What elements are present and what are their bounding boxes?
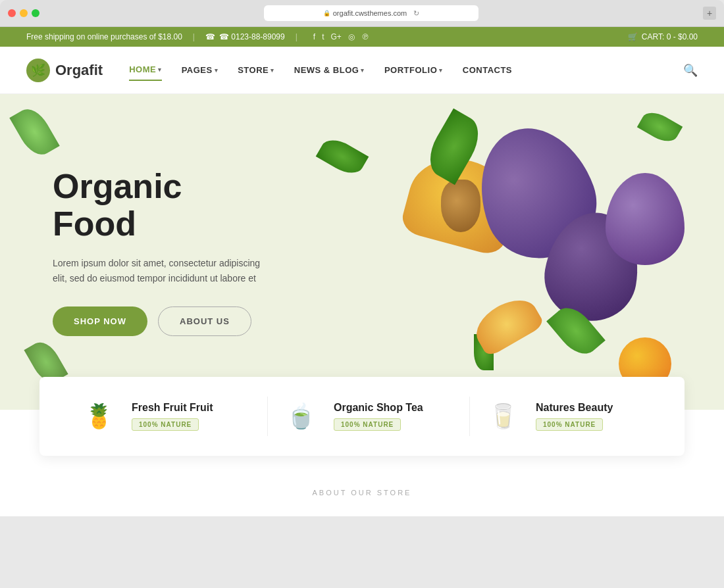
peach-pit bbox=[441, 180, 480, 232]
googleplus-icon[interactable]: G+ bbox=[331, 32, 342, 41]
milk-icon: 🥛 bbox=[483, 397, 523, 436]
feature-title-tea: Organic Shop Tea bbox=[334, 402, 423, 414]
chevron-down-icon: ▾ bbox=[158, 66, 162, 73]
feature-text-tea: Organic Shop Tea 100% NATURE bbox=[334, 402, 423, 431]
browser-chrome: 🔒 orgafit.cwsthemes.com ↻ + bbox=[0, 0, 724, 27]
feature-text-beauty: Natures Beauty 100% NATURE bbox=[536, 402, 613, 431]
close-button[interactable] bbox=[8, 9, 16, 17]
nav-label-portfolio: PORTFOLIO bbox=[384, 65, 437, 75]
cart-icon: 🛒 bbox=[628, 32, 638, 41]
hero-description: Lorem ipsum dolor sit amet, consectetur … bbox=[53, 256, 263, 285]
bottom-section-label: ABOUT OUR STORE bbox=[0, 456, 724, 516]
reload-icon[interactable]: ↻ bbox=[413, 9, 419, 18]
phone-number[interactable]: ☎ ☎ 0123-88-89099 bbox=[205, 32, 285, 41]
nav-item-news-blog[interactable]: NEWS & BLOG ▾ bbox=[294, 60, 365, 80]
cart-area[interactable]: 🛒 CART: 0 - $0.00 bbox=[628, 32, 698, 41]
twitter-icon[interactable]: t bbox=[322, 32, 324, 41]
chevron-down-icon: ▾ bbox=[271, 67, 274, 74]
hero-buttons: SHOP NOW ABOUT US bbox=[53, 306, 263, 336]
main-nav: 🌿 Orgafit HOME ▾ PAGES ▾ STORE ▾ NEWS & … bbox=[0, 47, 724, 94]
nav-items: HOME ▾ PAGES ▾ STORE ▾ NEWS & BLOG ▾ POR… bbox=[129, 59, 512, 81]
shop-now-button[interactable]: SHOP NOW bbox=[53, 306, 147, 336]
hero-section: Organic Food Lorem ipsum dolor sit amet,… bbox=[0, 94, 724, 410]
feature-badge-tea: 100% NATURE bbox=[334, 418, 401, 431]
leaf-decoration-4 bbox=[637, 107, 683, 147]
nav-item-portfolio[interactable]: PORTFOLIO ▾ bbox=[384, 60, 443, 80]
logo[interactable]: 🌿 Orgafit bbox=[26, 59, 103, 82]
instagram-icon[interactable]: ◎ bbox=[348, 32, 355, 41]
feature-card-tea: 🍵 Organic Shop Tea 100% NATURE bbox=[267, 397, 456, 436]
hero-fruit-illustration bbox=[290, 94, 724, 410]
feature-title-fruit: Fresh Fruit Fruit bbox=[132, 402, 213, 414]
phone-icon: ☎ bbox=[205, 32, 215, 41]
leaf-decoration-3 bbox=[316, 134, 369, 180]
nav-label-pages: PAGES bbox=[182, 65, 213, 75]
nav-label-contacts: CONTACTS bbox=[463, 65, 512, 75]
url-text: orgafit.cwsthemes.com bbox=[333, 9, 407, 17]
facebook-icon[interactable]: f bbox=[313, 32, 315, 41]
feature-cards: 🍍 Fresh Fruit Fruit 100% NATURE 🍵 Organi… bbox=[39, 377, 685, 456]
traffic-lights bbox=[8, 9, 39, 17]
maximize-button[interactable] bbox=[32, 9, 39, 17]
feature-badge-fruit: 100% NATURE bbox=[132, 418, 199, 431]
tea-icon: 🍵 bbox=[281, 397, 321, 436]
pinterest-icon[interactable]: ℗ bbox=[361, 32, 369, 41]
logo-icon: 🌿 bbox=[26, 59, 50, 82]
logo-leaf-icon: 🌿 bbox=[31, 63, 45, 78]
minimize-button[interactable] bbox=[20, 9, 28, 17]
nav-item-store[interactable]: STORE ▾ bbox=[238, 60, 274, 80]
chevron-down-icon: ▾ bbox=[361, 67, 365, 74]
feature-text-fruit: Fresh Fruit Fruit 100% NATURE bbox=[132, 402, 213, 431]
top-bar-divider: | bbox=[193, 32, 195, 41]
new-tab-button[interactable]: + bbox=[703, 7, 716, 20]
plum-3 bbox=[606, 173, 685, 265]
feature-card-fruit: 🍍 Fresh Fruit Fruit 100% NATURE bbox=[66, 397, 254, 436]
feature-card-beauty: 🥛 Natures Beauty 100% NATURE bbox=[469, 397, 658, 436]
nav-label-news-blog: NEWS & BLOG bbox=[294, 65, 359, 75]
chevron-down-icon: ▾ bbox=[215, 67, 219, 74]
feature-badge-beauty: 100% NATURE bbox=[536, 418, 603, 431]
top-bar: Free shipping on online purchases of $18… bbox=[0, 27, 724, 47]
pineapple-icon: 🍍 bbox=[79, 397, 118, 436]
top-bar-left: Free shipping on online purchases of $18… bbox=[26, 32, 369, 41]
social-links: f t G+ ◎ ℗ bbox=[313, 32, 369, 41]
nav-label-store: STORE bbox=[238, 65, 269, 75]
search-icon[interactable]: 🔍 bbox=[683, 63, 698, 78]
nav-item-pages[interactable]: PAGES ▾ bbox=[182, 60, 219, 80]
top-bar-divider-2: | bbox=[296, 32, 297, 41]
lock-icon: 🔒 bbox=[323, 10, 330, 16]
shipping-text: Free shipping on online purchases of $18… bbox=[26, 32, 182, 41]
chevron-down-icon: ▾ bbox=[439, 67, 443, 74]
hero-content: Organic Food Lorem ipsum dolor sit amet,… bbox=[0, 128, 316, 376]
hero-title: Organic Food bbox=[53, 168, 263, 243]
nav-label-home: HOME bbox=[129, 64, 156, 74]
address-bar[interactable]: 🔒 orgafit.cwsthemes.com ↻ bbox=[264, 5, 478, 21]
website: Free shipping on online purchases of $18… bbox=[0, 27, 724, 516]
nav-item-home[interactable]: HOME ▾ bbox=[129, 59, 162, 81]
feature-title-beauty: Natures Beauty bbox=[536, 402, 613, 414]
logo-text: Orgafit bbox=[55, 62, 103, 79]
nav-item-contacts[interactable]: CONTACTS bbox=[463, 60, 512, 80]
about-us-button[interactable]: ABOUT US bbox=[158, 306, 251, 336]
cart-label: CART: 0 - $0.00 bbox=[642, 32, 698, 41]
